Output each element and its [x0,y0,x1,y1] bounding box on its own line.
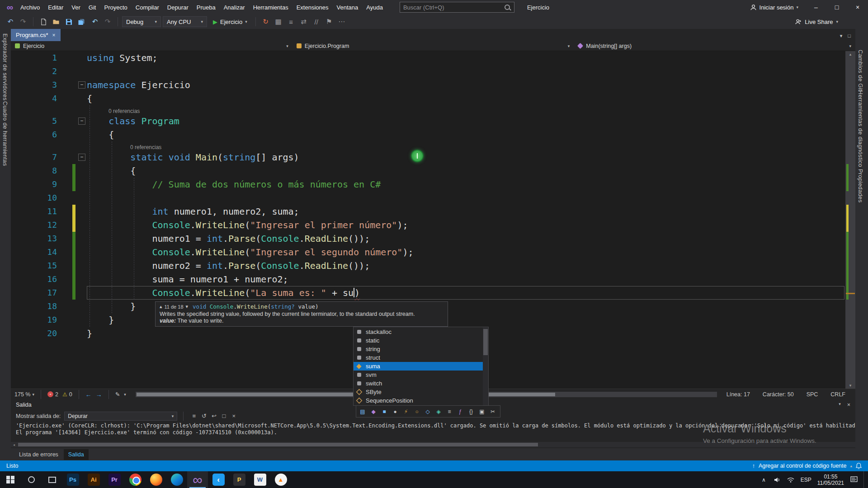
status-crlf[interactable]: CRLF [830,391,845,398]
codelens-row[interactable]: 0 referencias [11,141,845,150]
completion-scrollbar[interactable] [483,327,488,405]
profiler-icon[interactable]: ▦ [273,16,284,28]
close-tab-icon[interactable]: × [52,32,56,38]
code-line-17[interactable]: 17 Console.WriteLine("La suma es: " + su… [11,286,845,300]
volume-icon[interactable] [774,476,781,483]
menu-item-ayuda[interactable]: Ayuda [362,2,387,13]
filter-methods-icon[interactable]: ◆ [368,407,378,416]
code-line-14[interactable]: 14 Console.WriteLine("Ingresar el segund… [11,245,845,259]
line-number[interactable]: 1 [11,51,59,65]
taskbar-app-pycharm[interactable]: P [229,471,250,488]
code-line-11[interactable]: 11 int numero1, numero2, suma; [11,205,845,218]
scroll-down-icon[interactable]: ▾ [845,382,855,389]
signature-next-icon[interactable]: ▾ [186,304,189,310]
filter-structs-icon[interactable]: ◈ [434,407,443,416]
code-line-2[interactable]: 2 [11,65,845,78]
line-number[interactable]: 11 [11,205,59,218]
signature-prev-icon[interactable]: ▴ [160,304,162,310]
undo-icon[interactable]: ↶ [89,16,101,28]
line-number[interactable]: 4 [11,92,59,105]
hidden-icons-chevron[interactable]: ∧ [760,476,768,483]
line-number[interactable]: 2 [11,65,59,78]
clear-output-icon[interactable]: ↺ [199,412,208,421]
panel-options-icon[interactable]: ▾ [839,402,841,408]
completion-item-static[interactable]: static [354,336,488,345]
breadcrumb-type-dropdown[interactable]: Ejercicio.Program ▾ [292,41,574,51]
filter-namespaces-icon[interactable]: {} [466,407,476,416]
codelens-row[interactable]: 0 referencias [11,105,845,114]
panel-tab-lista-de-errores[interactable]: Lista de errores [14,449,63,460]
open-folder-icon[interactable] [50,16,62,28]
menu-item-ventana[interactable]: Ventana [333,2,363,13]
status-carácter[interactable]: Carácter: 50 [763,391,794,398]
line-number[interactable]: 7 [11,150,59,164]
line-number[interactable]: 9 [11,178,59,191]
line-number[interactable]: 14 [11,245,59,259]
window-layout-icon[interactable]: □ [848,33,851,39]
filter-interfaces-icon[interactable]: ◇ [423,407,433,416]
code-line-8[interactable]: 8 { [11,164,845,178]
taskbar-clock[interactable]: 01:55 11/05/2021 [817,474,844,486]
completion-item-suma[interactable]: suma [354,362,488,371]
network-icon[interactable] [787,476,795,483]
breadcrumb-member-dropdown[interactable]: Main(string[] args) ▾ [574,41,855,51]
menu-item-ver[interactable]: Ver [67,2,85,13]
line-number[interactable]: 15 [11,259,59,272]
new-file-icon[interactable] [38,16,49,28]
outline-icon[interactable]: ≡ [285,16,297,28]
line-number[interactable]: 16 [11,272,59,286]
taskbar-app-illustrator[interactable]: Ai [83,471,104,488]
code-line-13[interactable]: 13 numero1 = int.Parse(Console.ReadLine(… [11,232,845,245]
side-panel-cambios-de-git[interactable]: Cambios de Git [857,50,863,91]
error-count[interactable]: × 2 [47,391,58,398]
code-line-4[interactable]: 4{ [11,92,845,105]
code-line-9[interactable]: 9 // Suma de dos números o más números e… [11,178,845,191]
side-panel-explorador-de-servidores[interactable]: Explorador de servidores [2,33,8,101]
word-wrap-icon[interactable]: ↩ [209,412,218,421]
codelens-references[interactable]: 0 referencias [108,108,140,114]
sign-in-button[interactable]: Iniciar sesión ▾ [743,4,806,11]
completion-item-string[interactable]: string [354,345,488,353]
code-line-5[interactable]: 5− class Program [11,114,845,128]
save-all-icon[interactable] [75,16,87,28]
code-line-16[interactable]: 16 suma = numero1 + numero2; [11,272,845,286]
filter-locals-icon[interactable]: ▤ [358,407,368,416]
taskbar-app-visual-studio[interactable]: ∞ [187,471,208,488]
taskbar-app-chrome[interactable] [125,471,146,488]
status-línea[interactable]: Línea: 17 [726,391,750,398]
filter-classes-icon[interactable]: ○ [412,407,422,416]
completion-item-stackalloc[interactable]: stackalloc [354,328,488,336]
scroll-left-icon[interactable]: ◂ [11,443,17,447]
menu-item-prueba[interactable]: Prueba [193,2,220,13]
live-share-button[interactable]: Live Share ▾ [795,19,838,25]
redo-icon[interactable]: ↷ [102,16,113,28]
quick-search-box[interactable]: Buscar (Ctrl+Q) [400,2,514,13]
filter-enums-icon[interactable]: ≡ [444,407,454,416]
line-number[interactable]: 20 [11,327,59,340]
side-panel-propiedades[interactable]: Propiedades [857,169,863,203]
menu-item-depurar[interactable]: Depurar [163,2,193,13]
comment-icon[interactable]: // [311,16,322,28]
filter-properties-icon[interactable]: ● [390,407,400,416]
line-number[interactable]: 13 [11,232,59,245]
line-number[interactable]: 5 [11,114,59,128]
fold-marker[interactable]: − [78,117,85,125]
line-number[interactable]: 18 [11,300,59,313]
status-spc[interactable]: SPC [807,391,818,398]
taskbar-app-premiere-pro[interactable]: Pr [104,471,125,488]
side-panel-herramientas-de-diagnóstico[interactable]: Herramientas de diagnóstico [857,90,863,167]
active-files-dropdown-icon[interactable]: ▾ [840,33,843,39]
code-line-10[interactable]: 10 [11,191,845,205]
output-source-dropdown[interactable]: Depurar ▾ [64,412,177,421]
completion-item-svm[interactable]: svm [354,371,488,379]
line-number[interactable]: 6 [11,128,59,141]
save-icon[interactable] [63,16,75,28]
pin-output-icon[interactable]: □ [219,412,228,421]
breadcrumb-project-dropdown[interactable]: Ejercicio ▾ [11,41,292,51]
line-number[interactable] [11,141,59,150]
action-center-icon[interactable] [850,476,858,483]
solution-configurations-dropdown[interactable]: Debug ▾ [122,16,161,27]
tab-program-cs[interactable]: Program.cs* × [11,29,61,41]
taskbar-search-button[interactable] [21,471,42,488]
completion-item-sequenceposition[interactable]: SequencePosition [354,396,488,405]
